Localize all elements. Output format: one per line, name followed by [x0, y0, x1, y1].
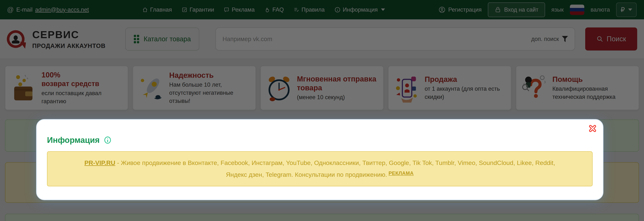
pr-vip-link[interactable]: PR-VIP.RU	[84, 159, 116, 166]
info-circle-icon	[104, 136, 112, 144]
ad-label-link[interactable]: РЕКЛАМА	[388, 170, 414, 176]
ad-banner-text: PR-VIP.RU - Живое продвижение в Вконтакт…	[75, 157, 564, 181]
page: @ E-mail admin@buy-accs.net Главная Гара…	[0, 0, 644, 221]
modal-title: Информация	[47, 136, 100, 145]
modal-header: Информация	[37, 136, 603, 145]
ad-banner: PR-VIP.RU - Живое продвижение в Вконтакт…	[47, 151, 592, 186]
close-icon[interactable]	[588, 124, 597, 133]
information-modal: Информация PR-VIP.RU - Живое продвижение…	[36, 119, 604, 200]
ad-banner-body: - Живое продвижение в Вконтакте, Faceboo…	[116, 159, 555, 178]
